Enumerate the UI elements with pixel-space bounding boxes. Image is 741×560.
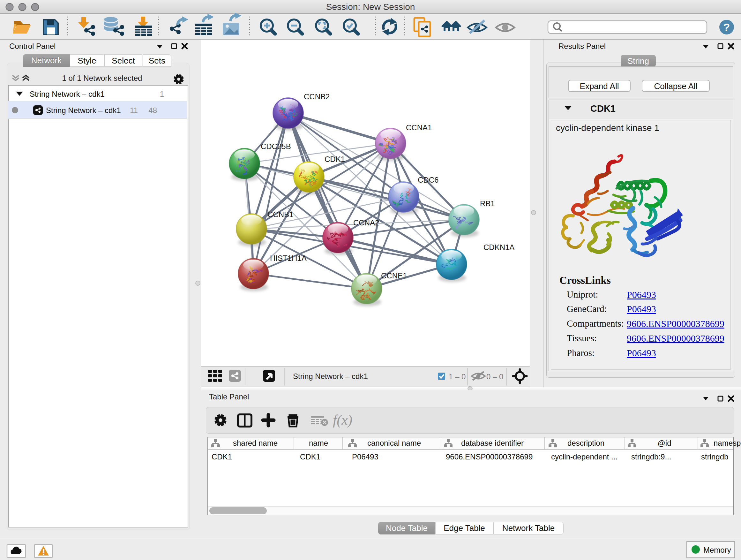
svg-text:CCNB1: CCNB1	[267, 210, 293, 219]
svg-text:CCNA2: CCNA2	[353, 219, 379, 227]
svg-text:f(x): f(x)	[333, 412, 352, 428]
svg-text:CDKN1A: CDKN1A	[483, 243, 515, 252]
svg-text:CDK1: CDK1	[325, 155, 345, 164]
svg-text:?: ?	[724, 21, 730, 33]
svg-text:CCNB2: CCNB2	[304, 92, 330, 101]
svg-text:CDC6: CDC6	[418, 176, 439, 184]
svg-text:CDC25B: CDC25B	[261, 142, 291, 151]
svg-text:CCNA1: CCNA1	[406, 123, 432, 132]
svg-text:RB1: RB1	[480, 199, 495, 208]
svg-text:CCNE1: CCNE1	[381, 271, 407, 280]
svg-text:Memory: Memory	[703, 546, 731, 554]
svg-text:HIST1H1A: HIST1H1A	[270, 254, 307, 262]
